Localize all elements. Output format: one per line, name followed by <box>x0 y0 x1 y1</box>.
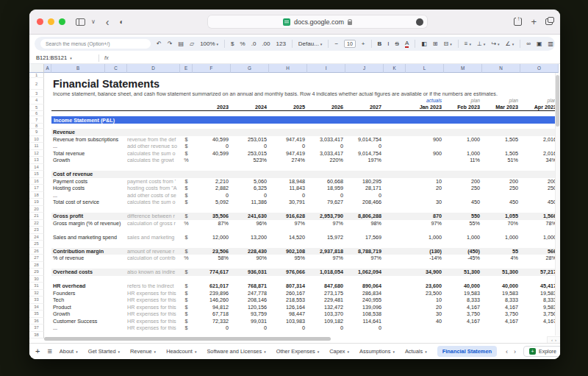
column-header[interactable]: H <box>269 64 307 73</box>
cell-value[interactable]: 10 <box>406 297 444 303</box>
row-header[interactable]: 15 <box>29 171 44 178</box>
cell[interactable] <box>44 199 51 206</box>
cell-unit[interactable]: $ <box>180 150 193 157</box>
row-header[interactable]: 33 <box>29 297 44 304</box>
cell-value[interactable]: 3,750 <box>482 311 520 317</box>
cell-value[interactable]: 97% <box>406 220 444 227</box>
cell-value[interactable]: 58% <box>193 255 231 261</box>
cell-value[interactable]: 200 <box>444 178 482 185</box>
insert-chart-icon[interactable]: ▥ <box>548 40 554 48</box>
increase-font-size-icon[interactable]: + <box>362 40 365 48</box>
cell-value[interactable]: 4% <box>482 255 520 261</box>
cell-value[interactable]: 139,096 <box>345 304 384 311</box>
cell-value[interactable]: 8,333 <box>482 297 520 303</box>
cell-value[interactable]: 2,016 <box>520 150 559 157</box>
tab-overview-icon[interactable] <box>545 18 553 25</box>
name-box[interactable]: B121:BS121 ▾ <box>36 54 93 61</box>
cell-value[interactable]: 1,000 <box>444 234 482 241</box>
cell-label[interactable]: Growth <box>51 311 127 317</box>
borders-icon[interactable]: ⊞ <box>433 40 438 48</box>
cell-unit[interactable]: $ <box>180 283 193 289</box>
cell-label[interactable]: HR overhead <box>51 283 127 289</box>
row-header[interactable]: 31 <box>29 283 44 290</box>
back-icon[interactable]: ‹ <box>106 18 110 26</box>
cell-value[interactable]: 2,210 <box>193 178 231 185</box>
row-header[interactable]: 12 <box>29 150 44 157</box>
cell-value[interactable]: 14,520 <box>269 234 307 241</box>
status-cell[interactable]: plan <box>520 97 559 104</box>
cell-value[interactable]: 900 <box>406 150 444 157</box>
horizontal-scrollbar[interactable] <box>44 337 331 341</box>
cell-value[interactable]: 228,430 <box>231 248 269 255</box>
cell-label[interactable]: Contribution margin <box>51 248 127 255</box>
row-header[interactable]: 4 <box>29 97 44 104</box>
cell-unit[interactable]: $ <box>180 143 193 149</box>
cell-desc[interactable]: HR expenses for this <box>127 290 180 297</box>
cell-unit[interactable]: $ <box>180 324 193 331</box>
cell-value[interactable]: 2,937,818 <box>307 248 345 255</box>
cell-label[interactable]: Founders <box>51 290 127 297</box>
cell-value[interactable]: 72,332 <box>193 318 231 324</box>
cell-value[interactable]: 0 <box>345 143 384 149</box>
cell-value[interactable]: 1,055 <box>482 213 520 219</box>
column-header[interactable]: G <box>231 64 269 73</box>
row-header[interactable]: 3 <box>29 90 44 97</box>
period-header-cell[interactable]: Jan 2023 <box>406 104 444 110</box>
sheet-tab-about[interactable]: About▾ <box>60 348 78 355</box>
chevron-down-icon[interactable]: ∨ <box>91 19 96 25</box>
cell-value[interactable]: 40 <box>406 318 444 324</box>
cell-value[interactable]: 976,066 <box>269 269 307 275</box>
cell-label[interactable]: Gross margin (% of revenue) <box>51 220 127 227</box>
row-header[interactable]: 21 <box>29 213 44 220</box>
cell-value[interactable]: 250 <box>520 185 559 191</box>
cell-value[interactable]: 97% <box>307 255 345 261</box>
cell-desc[interactable]: add other revenue so <box>127 143 180 149</box>
column-header[interactable]: I <box>307 64 345 73</box>
cell-label[interactable]: ... <box>51 324 127 331</box>
cell-value[interactable]: 870 <box>406 213 444 219</box>
more-formats-icon[interactable]: 123 <box>276 40 285 48</box>
row-header[interactable]: 27 <box>29 255 44 262</box>
cell-label[interactable]: Sales and marketing spend <box>51 234 127 241</box>
cell[interactable] <box>44 269 51 276</box>
cell-label[interactable]: Hosting costs <box>51 185 127 191</box>
cell-value[interactable]: 51,300 <box>482 269 520 275</box>
decrease-decimal-icon[interactable]: .0 <box>251 40 257 48</box>
cell-unit[interactable]: $ <box>180 185 193 191</box>
cell-label[interactable]: ... <box>51 143 127 149</box>
cell-value[interactable]: 890,064 <box>345 283 384 289</box>
cell-value[interactable]: 3,750 <box>520 311 559 317</box>
cell-value[interactable]: 523% <box>231 157 269 163</box>
cell-value[interactable]: 11,843 <box>269 185 307 191</box>
cell-value[interactable]: 99,031 <box>231 318 269 324</box>
row-header[interactable]: 24 <box>29 234 44 241</box>
cell-unit[interactable]: $ <box>180 136 193 143</box>
cell-desc[interactable]: also known as indire <box>127 269 180 275</box>
cell-value[interactable]: 13,200 <box>231 234 269 241</box>
cell[interactable] <box>44 104 51 112</box>
cell-value[interactable]: 0 <box>269 143 307 149</box>
cell-value[interactable]: 229,481 <box>307 297 345 303</box>
row-header[interactable]: 11 <box>29 143 44 150</box>
cell-unit[interactable]: $ <box>180 290 193 297</box>
cell-value[interactable]: 253,015 <box>231 150 269 157</box>
cell-value[interactable]: 87% <box>193 220 231 227</box>
cell-value[interactable]: 450 <box>444 199 482 205</box>
column-header[interactable]: L <box>406 64 444 73</box>
cell-value[interactable]: 55% <box>444 220 482 227</box>
sidebar-icon[interactable] <box>76 18 85 26</box>
cell-value[interactable]: 30 <box>406 199 444 205</box>
cell-value[interactable]: 1,566 <box>520 213 559 219</box>
row-header[interactable]: 22 <box>29 220 44 227</box>
cell-value[interactable]: 208,146 <box>231 297 269 303</box>
text-wrap-icon[interactable]: ↪▾ <box>491 40 499 48</box>
cell[interactable] <box>44 192 51 199</box>
row-header[interactable]: 14 <box>29 164 44 171</box>
row-header[interactable]: 19 <box>29 199 44 206</box>
cell-desc[interactable]: difference between r <box>127 213 180 219</box>
cell-value[interactable]: 5,092 <box>193 199 231 205</box>
format-percent-icon[interactable]: % <box>240 40 245 48</box>
column-header[interactable]: C <box>105 64 127 73</box>
cell-value[interactable]: 60,668 <box>307 178 345 185</box>
cell-value[interactable]: 20 <box>406 304 444 311</box>
